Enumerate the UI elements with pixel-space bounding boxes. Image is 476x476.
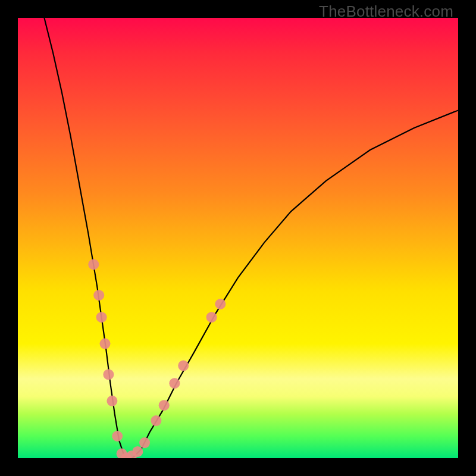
chart-background-gradient [18,18,458,458]
watermark-text: TheBottleneck.com [319,2,453,21]
chart-frame [18,18,458,458]
